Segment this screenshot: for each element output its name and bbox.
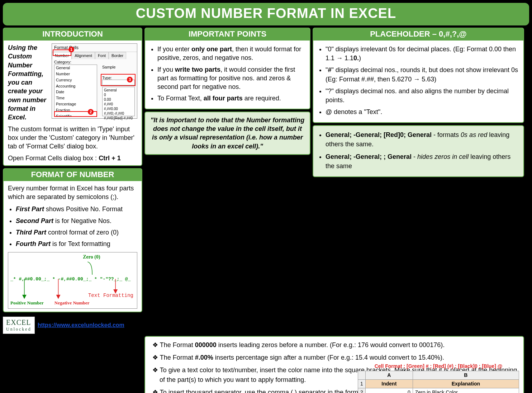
important-header: IMPORTANT POINTS — [145, 28, 310, 41]
intro-lead: Using the Custom Number Formatting, you … — [8, 43, 49, 122]
list-item: "#" displays decimal nos., rounds it, bu… — [326, 66, 519, 84]
list-item: @ denotes a "Text". — [326, 108, 519, 117]
format-lead: Every number format in Excel has four pa… — [8, 184, 137, 202]
intro-shortcut: Open Format Cells dialog box : Ctrl + 1 — [8, 154, 137, 162]
part-1: First Part shows Positive No. Format — [16, 205, 137, 213]
page-title: CUSTOM NUMBER FORMAT IN EXCEL — [3, 3, 529, 25]
important-panel: IMPORTANT POINTS If you enter only one p… — [144, 28, 310, 109]
placeholder-examples: General; -General; [Red]0; General - for… — [313, 125, 524, 177]
list-item: If you enter only one part, then it woul… — [157, 45, 305, 62]
list-item: The Format 000000 inserts leading zeros … — [152, 340, 518, 350]
format-cells-dialog: Format Cells Number Alignment Font Borde… — [52, 43, 137, 119]
list-item: "?" displays decimal nos. and also align… — [326, 87, 519, 105]
part-4: Fourth Part is for Text formatting — [16, 240, 137, 248]
tab-font[interactable]: Font — [95, 52, 109, 59]
list-item: General; -General; [Red]0; General - for… — [326, 130, 519, 149]
important-quote: "It is Important to note that the Number… — [144, 112, 310, 155]
intro-panel: INTRODUCTION Using the Custom Number For… — [3, 28, 142, 166]
footer-row: EXCEL Unlocked https://www.excelunlocked… — [3, 317, 142, 334]
format-diagram: Zero (0) _* #,##0.00_;_ * -#,##0.00_;_ *… — [8, 252, 137, 309]
badge-2: 2 — [88, 109, 94, 115]
tab-border[interactable]: Border — [109, 52, 126, 59]
list-item: "0" displays irrelevant 0s for decimal p… — [326, 45, 519, 63]
tips-panel: The Format 000000 inserts leading zeros … — [144, 336, 524, 393]
part-3: Third Part control format of zero (0) — [16, 228, 137, 237]
list-item: If you write two parts, it would conside… — [157, 65, 305, 91]
source-url[interactable]: https://www.excelunlocked.com — [38, 322, 124, 328]
sample-label: Sample — [102, 65, 115, 70]
list-item: To Format Text, all four parts are requi… — [157, 94, 305, 103]
category-label: Category: — [54, 60, 71, 65]
format-panel: FORMAT OF NUMBER Every number format in … — [3, 168, 142, 312]
tab-alignment[interactable]: Alignment — [72, 52, 95, 59]
color-format-table: Cell Format : [Green] # ; [Red] (#) ; [B… — [358, 363, 519, 393]
badge-1: 1 — [68, 47, 74, 52]
placeholder-header: PLACEHOLDER – 0,#,?,@ — [313, 28, 523, 41]
format-header: FORMAT OF NUMBER — [4, 169, 142, 181]
intro-header: INTRODUCTION — [4, 28, 142, 41]
part-2: Second Part is for Negative Nos. — [16, 217, 137, 225]
list-item: General; -General; ; General - hides zer… — [326, 152, 519, 171]
logo: EXCEL Unlocked — [3, 317, 35, 334]
badge-3: 3 — [127, 77, 133, 82]
list-item: The Format #.00% inserts percentage sign… — [152, 353, 518, 363]
format-list[interactable]: General00.00#,##0#,##0.00#,##0;-#,##0#,#… — [102, 87, 135, 116]
placeholder-panel: PLACEHOLDER – 0,#,?,@ "0" displays irrel… — [313, 28, 524, 123]
intro-explain: The custom format is written in 'Type' i… — [8, 125, 137, 151]
